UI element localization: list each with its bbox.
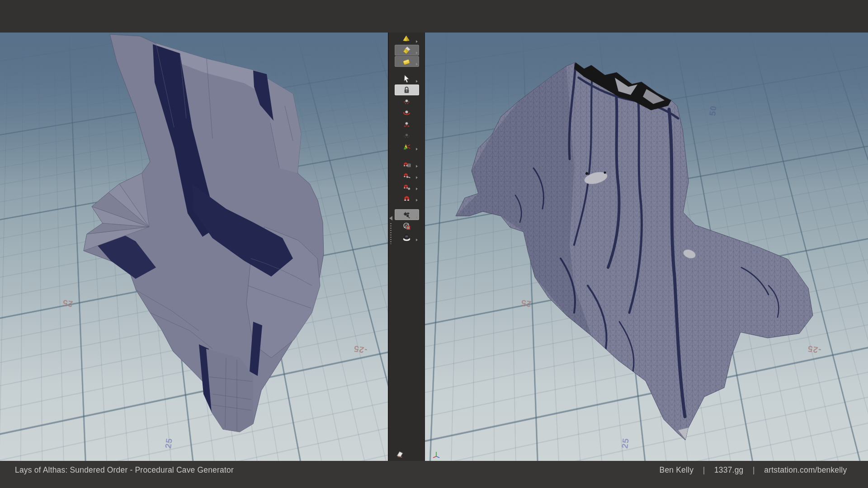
- viewport-toolbar: [388, 33, 425, 461]
- translate-tool-icon[interactable]: [395, 96, 419, 107]
- pose-tool-icon[interactable]: [395, 130, 419, 141]
- trackball-icon[interactable]: [395, 232, 419, 243]
- pointer-select-icon[interactable]: [395, 73, 419, 84]
- snap-magnet-icon[interactable]: [395, 192, 419, 203]
- author-portfolio: artstation.com/benkelly: [764, 465, 847, 474]
- geometry-select-icon[interactable]: [395, 45, 419, 56]
- view-tool-icon[interactable]: [395, 33, 419, 44]
- rotate-tool-icon[interactable]: [395, 107, 419, 118]
- axis-gizmo-icon: [431, 449, 441, 459]
- separator: |: [753, 465, 755, 474]
- snap-point-icon[interactable]: [395, 181, 419, 192]
- caption-bar: Lays of Althas: Sundered Order - Procedu…: [0, 461, 868, 488]
- author-name: Ben Kelly: [660, 465, 694, 474]
- rig-pose-tool-icon[interactable]: [395, 141, 419, 152]
- author-site: 1337.gg: [714, 465, 743, 474]
- author-credits: Ben Kelly | 1337.gg | artstation.com/ben…: [653, 465, 847, 475]
- selection-lock-icon[interactable]: [395, 84, 419, 95]
- lowpoly-cave-mesh[interactable]: [0, 33, 388, 461]
- highpoly-cave-mesh[interactable]: [425, 33, 868, 461]
- pane-splitter[interactable]: [389, 216, 393, 248]
- scratch-icon[interactable]: [394, 447, 406, 459]
- view-mask-icon[interactable]: [395, 221, 419, 231]
- scale-tool-icon[interactable]: [395, 118, 419, 129]
- object-select-icon[interactable]: [395, 56, 419, 67]
- viewport-highpoly[interactable]: 50 25 -25 25: [425, 33, 868, 461]
- collapse-arrow-icon[interactable]: [389, 216, 392, 221]
- top-bar: [0, 0, 868, 33]
- splitter-grip-icon[interactable]: [390, 223, 392, 244]
- separator: |: [703, 465, 705, 474]
- application-window: 50 25 -25 25: [0, 0, 868, 488]
- viewport-lowpoly[interactable]: 50 25 -25 25: [0, 33, 388, 461]
- snap-multi-icon[interactable]: [395, 169, 419, 180]
- snap-grid-icon[interactable]: [395, 158, 419, 169]
- handles-tool-icon[interactable]: [395, 209, 419, 220]
- project-title: Lays of Althas: Sundered Order - Procedu…: [15, 465, 234, 475]
